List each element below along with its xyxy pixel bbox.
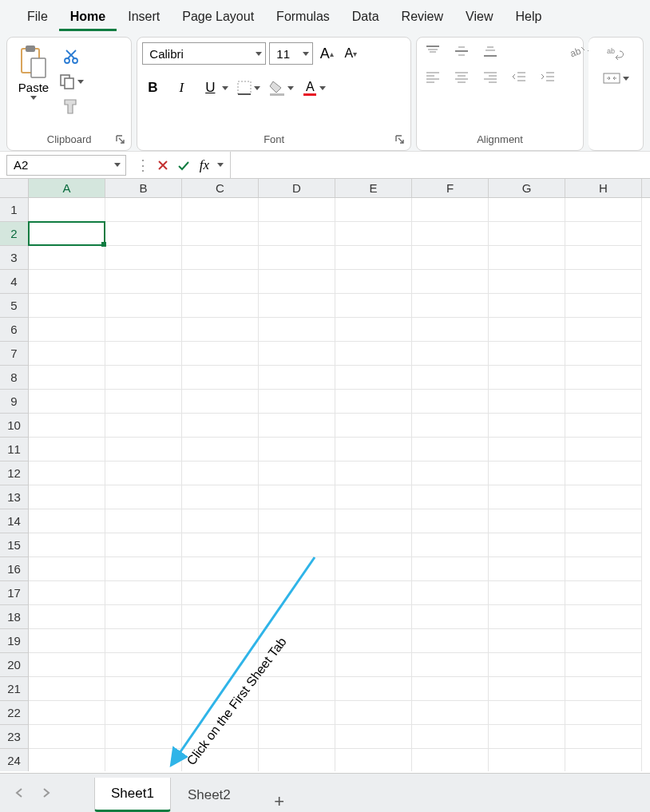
cell[interactable] <box>489 390 565 414</box>
cell[interactable] <box>412 246 489 270</box>
cell[interactable] <box>182 222 259 246</box>
column-header[interactable]: H <box>565 179 642 197</box>
cell[interactable] <box>489 461 565 485</box>
menu-review[interactable]: Review <box>390 5 454 31</box>
cell[interactable] <box>29 725 105 749</box>
row-header[interactable]: 7 <box>0 342 28 366</box>
underline-button[interactable]: U <box>200 77 228 98</box>
row-header[interactable]: 21 <box>0 677 28 701</box>
paste-button[interactable]: Paste <box>12 42 55 101</box>
cell[interactable] <box>182 629 259 653</box>
cell[interactable] <box>259 222 335 246</box>
cell[interactable] <box>412 677 489 701</box>
cell[interactable] <box>259 366 335 390</box>
cell[interactable] <box>259 581 335 605</box>
cell[interactable] <box>259 725 335 749</box>
cell[interactable] <box>565 318 642 342</box>
cell[interactable] <box>335 461 412 485</box>
cell[interactable] <box>259 414 335 438</box>
cell[interactable] <box>335 485 412 509</box>
cell[interactable] <box>105 749 182 771</box>
cell[interactable] <box>335 701 412 725</box>
cell[interactable] <box>412 581 489 605</box>
cell[interactable] <box>29 749 105 771</box>
cell[interactable] <box>182 390 259 414</box>
cell[interactable] <box>182 509 259 533</box>
font-name-combo[interactable]: Calibri <box>142 42 266 65</box>
align-middle-button[interactable] <box>450 42 473 60</box>
row-header[interactable]: 24 <box>0 749 28 771</box>
cell[interactable] <box>29 701 105 725</box>
cell[interactable] <box>259 533 335 557</box>
cell[interactable] <box>489 725 565 749</box>
cell[interactable] <box>182 557 259 581</box>
cell[interactable] <box>182 414 259 438</box>
cell[interactable] <box>29 246 105 270</box>
cell[interactable] <box>335 198 412 222</box>
fill-color-button[interactable] <box>268 80 294 96</box>
cell[interactable] <box>105 294 182 318</box>
cell[interactable] <box>259 701 335 725</box>
cell[interactable] <box>489 318 565 342</box>
cell[interactable] <box>29 605 105 629</box>
cell[interactable] <box>489 342 565 366</box>
cell[interactable] <box>565 366 642 390</box>
cell[interactable] <box>489 414 565 438</box>
format-painter-button[interactable] <box>59 95 83 117</box>
row-header[interactable]: 19 <box>0 629 28 653</box>
cell[interactable] <box>489 653 565 677</box>
cell[interactable] <box>565 509 642 533</box>
cell[interactable] <box>335 318 412 342</box>
cell[interactable] <box>29 318 105 342</box>
cell[interactable] <box>412 605 489 629</box>
menu-insert[interactable]: Insert <box>117 5 171 31</box>
cell[interactable] <box>412 533 489 557</box>
sheet-nav-next[interactable] <box>35 782 57 804</box>
row-header[interactable]: 9 <box>0 390 28 414</box>
shrink-font-button[interactable]: A▾ <box>340 43 361 64</box>
row-header[interactable]: 16 <box>0 557 28 581</box>
bold-button[interactable]: B <box>142 77 163 98</box>
cell[interactable] <box>489 557 565 581</box>
cell[interactable] <box>259 294 335 318</box>
menu-home[interactable]: Home <box>59 5 117 31</box>
cell[interactable] <box>412 557 489 581</box>
cell[interactable] <box>335 605 412 629</box>
confirm-formula-button[interactable] <box>176 157 192 173</box>
cell[interactable] <box>182 653 259 677</box>
cell[interactable] <box>105 509 182 533</box>
row-header[interactable]: 14 <box>0 509 28 533</box>
cell[interactable] <box>565 485 642 509</box>
column-header[interactable]: F <box>412 179 489 197</box>
cell[interactable] <box>105 222 182 246</box>
cell[interactable] <box>412 653 489 677</box>
row-header[interactable]: 23 <box>0 725 28 749</box>
cell[interactable] <box>259 198 335 222</box>
cell[interactable] <box>335 294 412 318</box>
cell[interactable] <box>29 270 105 294</box>
cell[interactable] <box>412 725 489 749</box>
cell[interactable] <box>29 461 105 485</box>
cell[interactable] <box>565 581 642 605</box>
cell[interactable] <box>565 390 642 414</box>
cell[interactable] <box>29 198 105 222</box>
cell[interactable] <box>335 342 412 366</box>
cell[interactable] <box>335 533 412 557</box>
row-header[interactable]: 8 <box>0 366 28 390</box>
cell[interactable] <box>182 294 259 318</box>
row-header[interactable]: 20 <box>0 653 28 677</box>
cell[interactable] <box>29 390 105 414</box>
cell[interactable] <box>105 653 182 677</box>
cell[interactable] <box>105 198 182 222</box>
cell[interactable] <box>182 581 259 605</box>
cell[interactable] <box>182 605 259 629</box>
cell[interactable] <box>489 485 565 509</box>
font-size-combo[interactable]: 11 <box>269 42 313 65</box>
merge-button[interactable] <box>602 71 629 85</box>
menu-help[interactable]: Help <box>504 5 553 31</box>
row-header[interactable]: 13 <box>0 485 28 509</box>
cell[interactable] <box>489 749 565 771</box>
cell[interactable] <box>182 485 259 509</box>
decrease-indent-button[interactable] <box>508 68 530 85</box>
cell[interactable] <box>565 629 642 653</box>
